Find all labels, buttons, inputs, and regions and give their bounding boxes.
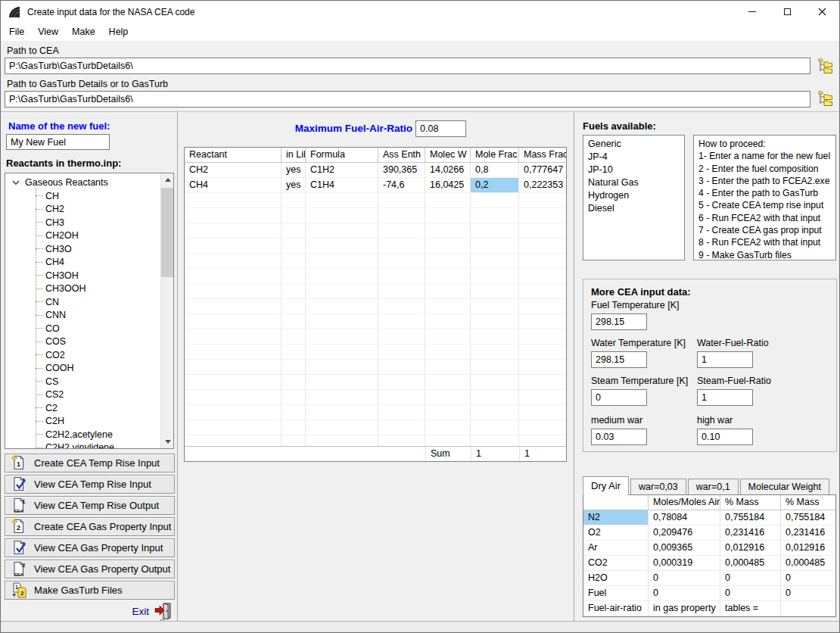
- air-cell[interactable]: 0: [781, 586, 835, 601]
- air-cell[interactable]: tables =: [720, 601, 781, 616]
- browse-gasturb-path-button[interactable]: [816, 89, 835, 108]
- cell-reactant[interactable]: CH2: [185, 163, 282, 178]
- cell-molec-w[interactable]: 14,0266: [425, 163, 471, 178]
- air-row-label-ar[interactable]: Ar: [583, 541, 649, 556]
- tab-dry-air[interactable]: Dry Air: [583, 476, 629, 495]
- tree-item-cooh[interactable]: COOH: [36, 362, 160, 376]
- tree-item-c2h2-vinylidene[interactable]: C2H2,vinylidene: [36, 441, 160, 449]
- input-high-war[interactable]: [697, 429, 753, 445]
- air-cell[interactable]: 0: [781, 571, 835, 586]
- max-fuel-air-ratio-input[interactable]: [415, 120, 466, 137]
- scroll-down-button[interactable]: [161, 435, 174, 448]
- view-cea-gas-property-output-button[interactable]: 2CEAView CEA Gas Property Output: [5, 560, 175, 578]
- close-button[interactable]: [804, 1, 839, 23]
- input-water-temperature-k[interactable]: [591, 351, 647, 368]
- fuel-item-natural-gas[interactable]: Natural Gas: [583, 176, 684, 189]
- air-cell[interactable]: 0,209476: [649, 525, 720, 541]
- fuel-item-diesel[interactable]: Diesel: [583, 202, 684, 215]
- tree-item-c2[interactable]: C2: [36, 401, 160, 415]
- path-to-cea-input[interactable]: [5, 58, 810, 74]
- view-cea-temp-rise-output-button[interactable]: 1CEAView CEA Temp Rise Output: [5, 496, 175, 515]
- create-cea-temp-rise-input-button[interactable]: 1Create CEA Temp Rise Input: [5, 454, 175, 472]
- selected-cell[interactable]: 0,2: [471, 178, 519, 193]
- tree-item-cn[interactable]: CN: [36, 295, 160, 309]
- cell-in-lib[interactable]: yes: [282, 163, 306, 178]
- tree-item-c2h[interactable]: C2H: [36, 415, 160, 429]
- create-cea-gas-property-input-button[interactable]: 2Create CEA Gas Property Input: [5, 517, 175, 536]
- air-row-label-h2o[interactable]: H2O: [583, 571, 649, 586]
- tab-war-0-1[interactable]: war=0,1: [688, 479, 739, 494]
- cell-ass-enth[interactable]: 390,365: [378, 163, 425, 178]
- air-cell[interactable]: 0: [720, 571, 781, 586]
- air-cell[interactable]: in gas property: [649, 601, 720, 616]
- cell-formula[interactable]: C1H2: [306, 163, 378, 178]
- tree-item-ch3oh[interactable]: CH3OH: [36, 269, 160, 282]
- view-cea-gas-property-input-button[interactable]: 2View CEA Gas Property Input: [5, 538, 175, 557]
- selected-air-cell[interactable]: N2: [583, 510, 649, 525]
- tree-item-cs[interactable]: CS: [36, 375, 160, 388]
- air-cell[interactable]: [781, 601, 835, 616]
- tree-item-ch[interactable]: CH: [36, 189, 160, 203]
- air-cell[interactable]: 0: [649, 571, 720, 586]
- air-cell[interactable]: 0,000485: [781, 556, 835, 571]
- input-steam-fuel-ratio[interactable]: [697, 389, 753, 406]
- tree-item-co[interactable]: CO: [36, 322, 160, 335]
- browse-cea-path-button[interactable]: [816, 57, 835, 75]
- view-cea-temp-rise-input-button[interactable]: 1View CEA Temp Rise Input: [5, 475, 175, 494]
- fuel-item-jp-4[interactable]: JP-4: [583, 151, 684, 164]
- input-water-fuel-ratio[interactable]: [697, 351, 753, 368]
- path-to-gasturb-input[interactable]: [5, 91, 810, 108]
- tree-root-gaseous-reactants[interactable]: Gaseous Reactants: [5, 176, 160, 189]
- air-cell[interactable]: 0,012916: [720, 541, 781, 556]
- air-cell[interactable]: 0,755184: [720, 510, 781, 525]
- air-row-label-o2[interactable]: O2: [583, 525, 649, 541]
- cell-reactant[interactable]: CH4: [185, 178, 282, 193]
- fuel-name-input[interactable]: [6, 134, 110, 150]
- tree-scrollbar[interactable]: [160, 173, 173, 448]
- scrollbar-thumb[interactable]: [161, 188, 174, 277]
- fuel-item-jp-10[interactable]: JP-10: [583, 164, 684, 176]
- air-cell[interactable]: 0,755184: [781, 510, 835, 525]
- cell-ass-enth[interactable]: -74,6: [378, 178, 425, 193]
- cell-formula[interactable]: C1H4: [306, 178, 378, 193]
- minimize-button[interactable]: [735, 1, 770, 23]
- air-row-label-fuel[interactable]: Fuel: [583, 586, 649, 601]
- tab-war-0-03[interactable]: war=0,03: [630, 479, 686, 494]
- tree-item-co2[interactable]: CO2: [36, 348, 160, 362]
- air-cell[interactable]: 0,000485: [720, 556, 781, 571]
- fuel-item-hydrogen[interactable]: Hydrogen: [583, 189, 684, 202]
- tree-item-ch3o[interactable]: CH3O: [36, 242, 160, 256]
- exit-button[interactable]: Exit: [132, 600, 173, 622]
- tree-item-ch2oh[interactable]: CH2OH: [36, 229, 160, 243]
- air-cell[interactable]: 0,231416: [720, 525, 781, 541]
- tab-molecular-weight[interactable]: Molecular Weight: [740, 479, 829, 494]
- tree-item-ch2[interactable]: CH2: [36, 203, 160, 217]
- maximize-button[interactable]: [770, 1, 804, 23]
- air-cell[interactable]: 0,012916: [781, 541, 835, 556]
- air-cell[interactable]: 0,231416: [781, 525, 835, 541]
- air-row-label-fuel-air-ratio[interactable]: Fuel-air-ratio: [583, 601, 649, 616]
- cell-molec-w[interactable]: 16,0425: [425, 178, 471, 193]
- tree-item-cs2[interactable]: CS2: [36, 388, 160, 402]
- cell-mole-frac[interactable]: 0,8: [471, 163, 519, 178]
- air-cell[interactable]: 0,000319: [649, 556, 720, 571]
- tree-item-cos[interactable]: COS: [36, 335, 160, 349]
- tree-item-ch4[interactable]: CH4: [36, 256, 160, 270]
- tree-item-ch3ooh[interactable]: CH3OOH: [36, 282, 160, 296]
- tree-item-cnn[interactable]: CNN: [36, 309, 160, 323]
- menu-view[interactable]: View: [31, 23, 65, 42]
- air-cell[interactable]: 0: [649, 586, 720, 601]
- menu-make[interactable]: Make: [65, 23, 102, 42]
- cell-mass-frac[interactable]: 0,777647: [519, 163, 566, 178]
- cell-in-lib[interactable]: yes: [282, 178, 306, 193]
- menu-file[interactable]: File: [2, 23, 31, 42]
- input-steam-temperature-k[interactable]: [591, 389, 647, 406]
- input-fuel-temperature-k[interactable]: [591, 313, 647, 330]
- tree-item-c2h2-acetylene[interactable]: C2H2,acetylene: [36, 428, 160, 441]
- fuel-item-generic[interactable]: Generic: [583, 138, 684, 151]
- air-cell[interactable]: 0: [720, 586, 781, 601]
- tree-item-ch3[interactable]: CH3: [36, 216, 160, 229]
- scroll-up-button[interactable]: [161, 173, 174, 186]
- menu-help[interactable]: Help: [102, 23, 135, 42]
- air-row-label-co2[interactable]: CO2: [583, 556, 649, 571]
